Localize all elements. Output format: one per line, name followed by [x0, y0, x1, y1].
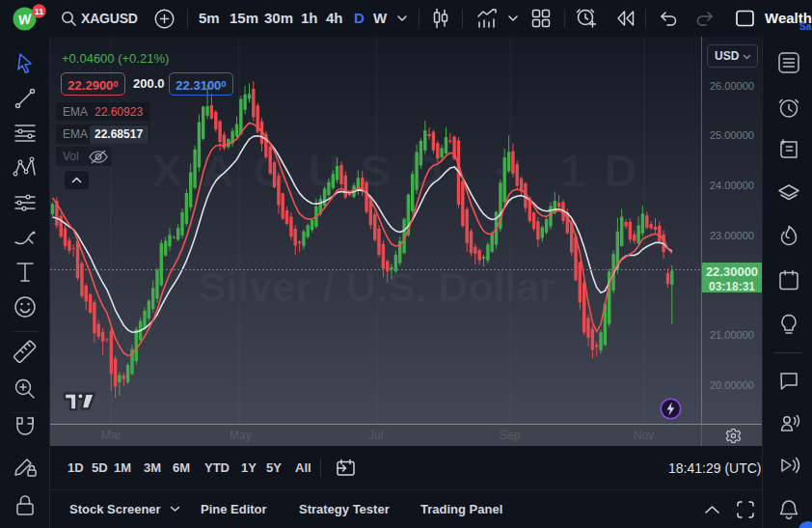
svg-text:11: 11	[35, 7, 44, 16]
svg-text:Silver / U.S. Dollar: Silver / U.S. Dollar	[199, 264, 556, 310]
